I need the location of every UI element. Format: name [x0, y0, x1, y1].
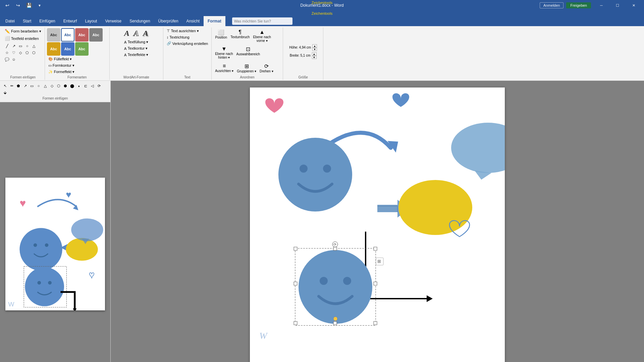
- handle-br[interactable]: [374, 321, 377, 325]
- tab-layout[interactable]: Layout: [81, 16, 101, 26]
- tool-callout[interactable]: 💬: [4, 56, 10, 62]
- tool-triangle[interactable]: △: [31, 43, 37, 49]
- tool-arrow2[interactable]: ↗: [22, 83, 28, 89]
- btn-texteffekte[interactable]: A Texteffekte ▾: [123, 52, 150, 58]
- textfeld-label: Textfeld erstellen: [11, 37, 39, 41]
- style-btn-3[interactable]: Abc: [89, 28, 103, 42]
- tool-arrow[interactable]: ↗: [11, 43, 17, 49]
- tab-entwurf[interactable]: Entwurf: [59, 16, 81, 26]
- handle-bm[interactable]: [333, 321, 337, 325]
- handle-ml[interactable]: [294, 282, 297, 285]
- tool-pen[interactable]: ✏: [9, 83, 15, 89]
- btn-form-bearbeiten[interactable]: ✏️ Form bearbeiten ▾: [3, 28, 43, 35]
- btn-ebene-hinten[interactable]: ▼ Ebene nachhinten ▾: [214, 45, 234, 60]
- tab-einfuegen[interactable]: Einfügen: [35, 16, 59, 26]
- tool-select[interactable]: ↖: [2, 83, 8, 89]
- btn-fuelleffekt[interactable]: 🎨 Fülleffekt ▾: [47, 56, 73, 62]
- btn-drehen[interactable]: ⟳ Drehen ▾: [258, 62, 275, 74]
- tool-triangle2[interactable]: △: [42, 83, 48, 89]
- tool-pentagon[interactable]: ⬠: [24, 50, 30, 56]
- formkontur-label: Formkontur ▾: [53, 63, 74, 68]
- svg-point-8: [71, 219, 103, 241]
- tool-star[interactable]: ☆: [4, 50, 10, 56]
- tool-heart[interactable]: ♡: [11, 50, 17, 56]
- tool-r8[interactable]: ⬙: [2, 89, 8, 96]
- help-search[interactable]: [232, 17, 292, 25]
- style-btn-4[interactable]: Abc: [47, 42, 60, 56]
- btn-ausrichten[interactable]: ≡ Ausrichten ▾: [214, 62, 235, 74]
- tool-hex[interactable]: ⬡: [31, 50, 37, 56]
- save-btn[interactable]: 💾: [24, 1, 34, 10]
- hoehe-up[interactable]: ▲: [312, 44, 317, 48]
- handle-bl[interactable]: [294, 321, 297, 325]
- tab-datei[interactable]: Datei: [1, 16, 19, 26]
- redo-btn[interactable]: ↪: [13, 1, 23, 10]
- customize-btn[interactable]: ▼: [35, 1, 44, 10]
- breite-up[interactable]: ▲: [312, 52, 317, 56]
- btn-gruppieren[interactable]: ⊞ Gruppieren ▾: [235, 62, 258, 74]
- style-btn-1[interactable]: Abc: [61, 28, 74, 42]
- tool-line[interactable]: ╱: [4, 43, 10, 49]
- btn-formkontur[interactable]: ▭ Formkontur ▾: [47, 63, 76, 68]
- hoehe-down[interactable]: ▼: [312, 48, 317, 51]
- handle-tm[interactable]: [333, 247, 337, 250]
- tool-r6[interactable]: ◁: [89, 83, 95, 89]
- btn-textfuellung[interactable]: A Textfüllung ▾: [123, 39, 150, 45]
- btn-ebene-vorne[interactable]: ▲ Ebene nachvorne ▾: [252, 28, 272, 44]
- yellow-ellipse[interactable]: [398, 180, 472, 235]
- undo-btn[interactable]: ↩: [3, 1, 12, 10]
- blue-heart[interactable]: [392, 93, 409, 107]
- tool-diamond2[interactable]: ◇: [49, 83, 55, 89]
- close-btn[interactable]: ✕: [626, 0, 641, 11]
- titlebar: ↩ ↪ 💾 ▼ Zeichentools Dokument1.docx - Wo…: [0, 0, 644, 11]
- wordart-shadow[interactable]: A: [142, 28, 150, 39]
- handle-mr[interactable]: [374, 282, 377, 285]
- maximize-btn[interactable]: ☐: [610, 0, 625, 11]
- style-btn-2[interactable]: Abc: [75, 28, 89, 42]
- speech-bubble[interactable]: [451, 123, 505, 180]
- tab-sendungen[interactable]: Sendungen: [125, 16, 154, 26]
- minimize-btn[interactable]: ─: [594, 0, 609, 11]
- tool-r7[interactable]: ⟳: [96, 83, 102, 89]
- pink-heart[interactable]: [265, 98, 283, 113]
- wordart-outline[interactable]: A: [132, 28, 140, 39]
- tool-circle2[interactable]: ○: [36, 83, 42, 89]
- tab-format[interactable]: Format: [204, 16, 225, 26]
- tool-r3[interactable]: ⬤: [69, 83, 75, 89]
- handle-tl[interactable]: [294, 247, 297, 250]
- face-large[interactable]: [278, 138, 352, 212]
- tab-ueberpruefen[interactable]: Überprüfen: [154, 16, 182, 26]
- style-btn-6[interactable]: Abc: [75, 42, 89, 56]
- tool-circle[interactable]: ○: [24, 43, 30, 49]
- doc-canvas[interactable]: ⟳ ⊞ W: [111, 81, 644, 362]
- tab-start[interactable]: Start: [19, 16, 35, 26]
- tool-r2[interactable]: ⬢: [62, 83, 68, 89]
- breite-down[interactable]: ▼: [312, 56, 317, 59]
- btn-textkontur[interactable]: A Textkontur ▾: [123, 46, 149, 51]
- tool-diamond[interactable]: ◇: [17, 50, 23, 56]
- btn-verknuepfung[interactable]: 🔗 Verknüpfung erstellen: [165, 41, 209, 46]
- tool-rect[interactable]: ▭: [17, 43, 23, 49]
- wordart-normal[interactable]: A: [123, 28, 131, 39]
- tool-smiley[interactable]: ☺: [11, 56, 17, 62]
- btn-textumbruch[interactable]: ¶ Textumbruch: [229, 28, 251, 40]
- btn-textfeld[interactable]: ⬜ Textfeld erstellen: [3, 35, 40, 42]
- signin-btn[interactable]: Anmelden: [540, 2, 564, 8]
- tool-shapes-menu[interactable]: ⬟: [15, 83, 21, 89]
- tab-verweise[interactable]: Verweise: [101, 16, 125, 26]
- btn-auswahlbereich[interactable]: ⊡ Auswahlbereich: [235, 45, 262, 57]
- tab-ansicht[interactable]: Ansicht: [182, 16, 204, 26]
- face-selected[interactable]: [299, 250, 372, 324]
- style-btn-5[interactable]: Abc: [61, 42, 74, 56]
- tool-r1[interactable]: ⬡: [56, 83, 62, 89]
- btn-text-ausrichten[interactable]: ⊤ Text ausrichten ▾: [165, 28, 200, 34]
- tool-rect2[interactable]: ▭: [29, 83, 35, 89]
- style-btn-0[interactable]: Abc: [47, 28, 60, 42]
- tool-r5[interactable]: ⊏: [83, 83, 89, 89]
- handle-tr[interactable]: [374, 247, 377, 250]
- btn-textrichtung[interactable]: ↕ Textrichtung: [165, 35, 191, 40]
- btn-formeffekt[interactable]: ✨ Formeffekt ▾: [47, 69, 76, 75]
- freigeben-btn[interactable]: Freigeben: [566, 2, 591, 8]
- btn-position[interactable]: ⬜ Position: [214, 28, 228, 40]
- tool-r4[interactable]: ⬧: [76, 83, 82, 89]
